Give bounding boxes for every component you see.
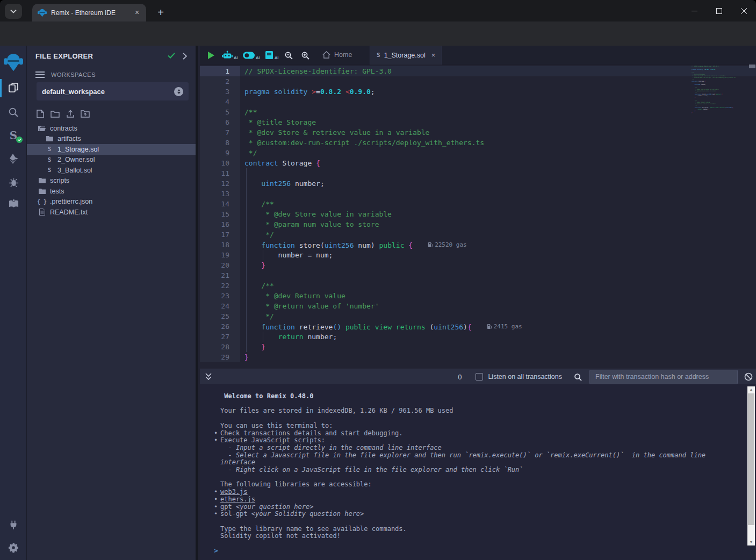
code-line-17[interactable]: 17 */	[200, 229, 756, 240]
code-line-14[interactable]: 14 /**	[200, 199, 756, 209]
code-line-9[interactable]: 9 */	[200, 148, 756, 158]
scroll-down-arrow[interactable]: ▼	[747, 539, 755, 545]
terminal-link[interactable]: ethers.js	[220, 496, 255, 503]
remix-logo[interactable]	[0, 51, 27, 73]
tree-item-readme-txt[interactable]: README.txt	[27, 207, 196, 218]
code-line-4[interactable]: 4	[200, 97, 756, 107]
tree-item-3-ballot-sol[interactable]: S3_Ballot.sol	[27, 165, 196, 176]
tree-item-artifacts[interactable]: artifacts	[27, 134, 196, 145]
new-tab-button[interactable]: +	[154, 6, 168, 20]
upload-file-button[interactable]	[66, 109, 75, 118]
code-line-15[interactable]: 15 * @dev Store value in variable	[200, 209, 756, 219]
code-line-3[interactable]: 3pragma solidity >=0.8.2 <0.9.0;	[200, 87, 756, 97]
sidebar-item-settings[interactable]	[0, 538, 27, 557]
tab-search-button[interactable]	[5, 4, 22, 19]
workspace-menu-button[interactable]	[35, 70, 45, 80]
listen-transactions-checkbox[interactable]	[476, 373, 483, 380]
code-line-8[interactable]: 8 * @custom:dev-run-script ./scripts/dep…	[200, 138, 756, 148]
check-icon	[18, 138, 21, 141]
sidebar-item-plugin-manager[interactable]	[0, 515, 27, 534]
terminal-link[interactable]: web3.js	[220, 488, 248, 496]
tab-close-button[interactable]: ×	[431, 51, 436, 59]
new-file-button[interactable]	[35, 109, 45, 118]
indent-guide	[246, 291, 247, 301]
code-line-27[interactable]: 27 return number;	[200, 332, 756, 342]
sidebar-item-search[interactable]	[0, 103, 27, 122]
code-line-12[interactable]: 12 uint256 number;	[200, 178, 756, 189]
terminal-scrollbar-thumb[interactable]	[748, 393, 754, 525]
tab-close-button[interactable]: ×	[132, 8, 142, 18]
ai-copilot-toggle[interactable]: AI	[243, 48, 260, 62]
sidebar-item-deploy-run[interactable]	[0, 149, 27, 168]
tab-home[interactable]: Home	[315, 46, 359, 64]
code-line-5[interactable]: 5/**	[200, 107, 756, 117]
workspace-select[interactable]: default_workspace	[37, 82, 189, 100]
new-folder-button[interactable]	[51, 109, 60, 118]
tree-item-label: scripts	[50, 177, 69, 184]
scroll-up-arrow[interactable]: ▲	[747, 386, 755, 393]
tree-item-2-owner-sol[interactable]: S2_Owner.sol	[27, 155, 196, 166]
code-line-11[interactable]: 11	[200, 168, 756, 178]
tree-item-1-storage-sol[interactable]: S1_Storage.sol	[27, 144, 196, 155]
tree-item--prettierrc-json[interactable]: { }.prettierrc.json	[27, 197, 196, 207]
tree-item-tests[interactable]: tests	[27, 186, 196, 197]
code-editor[interactable]: 1// SPDX-License-Identifier: GPL-3.023pr…	[200, 64, 756, 369]
transaction-filter-input[interactable]	[589, 370, 738, 384]
tree-item-label: contracts	[50, 125, 77, 132]
terminal-collapse-button[interactable]	[205, 373, 212, 380]
tree-item-scripts[interactable]: scripts	[27, 176, 196, 186]
code-line-24[interactable]: 24 * @return value of 'number'	[200, 301, 756, 311]
ai-assistant-button[interactable]: AI	[222, 48, 238, 62]
sidebar-item-file-explorer[interactable]	[0, 78, 27, 97]
panel-expand-button[interactable]	[183, 53, 187, 60]
terminal-scrollbar[interactable]: ▲ ▼	[747, 386, 755, 545]
line-number: 16	[200, 219, 240, 229]
line-number: 24	[200, 301, 240, 311]
code-line-19[interactable]: 19 number = num;	[200, 250, 756, 260]
editor-scrollbar-thumb[interactable]	[749, 64, 755, 68]
code-line-29[interactable]: 29}	[200, 352, 756, 362]
code-line-10[interactable]: 10contract Storage {	[200, 158, 756, 168]
minimap[interactable]: // SPDX-License-Identifier: GPL-3.0 prag…	[692, 66, 746, 173]
window-maximize-button[interactable]	[707, 0, 731, 21]
tab-1-storage-sol[interactable]: S 1_Storage.sol ×	[370, 46, 442, 64]
terminal[interactable]: Welcome to Remix 0.48.0 Your files are s…	[200, 384, 756, 560]
code-line-26[interactable]: 26 function retrieve() public view retur…	[200, 321, 756, 332]
clear-console-button[interactable]	[744, 372, 753, 381]
line-number: 13	[200, 189, 240, 199]
remix-logo-icon	[4, 52, 23, 72]
code-line-20[interactable]: 20 }	[200, 260, 756, 270]
window-close-button[interactable]	[731, 0, 756, 21]
code-line-23[interactable]: 23 * @dev Return value	[200, 291, 756, 301]
code-line-2[interactable]: 2	[200, 76, 756, 87]
sidebar-item-solidity-compiler[interactable]: S	[0, 126, 27, 145]
code-line-18[interactable]: 18 function store(uint256 num) public {2…	[200, 240, 756, 250]
zoom-out-button[interactable]	[284, 48, 293, 62]
tree-item-label: 1_Storage.sol	[57, 146, 99, 153]
indent-guide	[246, 311, 247, 321]
toggle-icon	[243, 52, 255, 59]
code-line-6[interactable]: 6 * @title Storage	[200, 117, 756, 127]
run-script-button[interactable]	[207, 48, 215, 62]
code-line-7[interactable]: 7 * @dev Store & retrieve value in a var…	[200, 127, 756, 138]
line-number: 27	[200, 332, 240, 342]
sidebar-item-debugger[interactable]	[0, 173, 27, 192]
tree-item-contracts[interactable]: contracts	[27, 123, 196, 134]
browser-tab[interactable]: Remix - Ethereum IDE ×	[32, 4, 146, 21]
code-line-28[interactable]: 28 }	[200, 342, 756, 352]
ai-docs-button[interactable]: AI	[265, 48, 279, 62]
code-line-25[interactable]: 25 */	[200, 311, 756, 321]
code-line-16[interactable]: 16 * @param num value to store	[200, 219, 756, 229]
code-line-1[interactable]: 1// SPDX-License-Identifier: GPL-3.0	[200, 66, 756, 76]
window-minimize-button[interactable]	[682, 0, 707, 21]
zoom-in-icon	[301, 51, 309, 60]
code-line-21[interactable]: 21	[200, 270, 756, 281]
upload-folder-button[interactable]	[81, 109, 90, 118]
sidebar-item-learneth[interactable]	[0, 194, 27, 213]
workspace-sort-icon[interactable]	[174, 87, 183, 96]
solidity-file-icon: S	[377, 52, 380, 59]
terminal-prompt[interactable]: >	[214, 547, 218, 555]
code-line-22[interactable]: 22 /**	[200, 281, 756, 291]
code-line-13[interactable]: 13	[200, 189, 756, 199]
zoom-in-button[interactable]	[301, 48, 309, 62]
